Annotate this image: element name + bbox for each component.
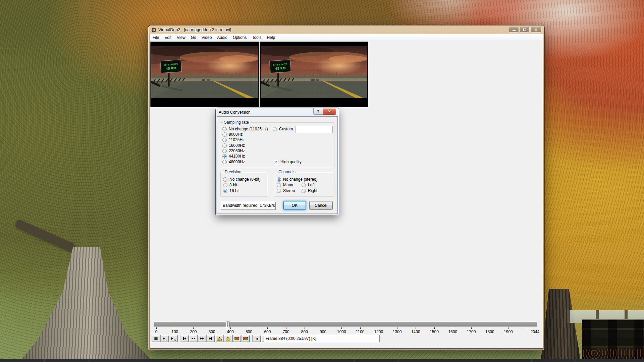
taskbar[interactable] (0, 359, 644, 362)
ruler-tick-label: 1400 (411, 329, 420, 334)
seek-start-button[interactable] (180, 335, 189, 342)
close-button[interactable]: ✕ (530, 27, 542, 33)
radio-icon[interactable] (273, 127, 277, 131)
radio-left[interactable]: Left (302, 183, 315, 187)
radio-no-change-channels[interactable]: No change (stereo) (277, 177, 318, 182)
radio-icon[interactable] (277, 177, 281, 182)
radio-8000hz[interactable]: 8000Hz (222, 132, 243, 137)
virtualdub-window: VirtualDub2 - [carmageddon 2 intro.avi] … (148, 25, 544, 350)
seek-backward-icon (194, 338, 195, 340)
prev-keyframe-button[interactable]: ◂ (215, 335, 224, 342)
ruler-tick (360, 327, 361, 329)
ruler-tick-label: 800 (301, 329, 308, 334)
stop-button[interactable] (152, 335, 160, 342)
video-frame: CITY LIMITS 45 KM (151, 46, 258, 98)
ruler-tick-label: 400 (227, 329, 234, 334)
radio-mono[interactable]: Mono (277, 183, 293, 187)
menu-item-view[interactable]: View (174, 35, 188, 41)
radio-icon[interactable] (223, 183, 227, 187)
cancel-button[interactable]: Cancel (309, 201, 333, 210)
radio-11025hz[interactable]: 11025Hz (222, 137, 245, 142)
radio-icon[interactable] (222, 138, 227, 142)
ruler-tick (249, 327, 249, 329)
ruler-tick-label: 200 (190, 329, 197, 334)
menu-item-options[interactable]: Options (230, 35, 249, 41)
ok-button[interactable]: OK (283, 201, 306, 210)
minimize-icon (513, 30, 516, 31)
high-quality-checkbox[interactable]: High quality (274, 160, 302, 164)
ruler-tick-label: 1800 (485, 329, 494, 334)
menu-item-audio[interactable]: Audio (214, 35, 230, 41)
ruler-tick (379, 327, 379, 329)
custom-rate-input[interactable] (295, 126, 333, 133)
radio-icon[interactable] (223, 177, 227, 182)
radio-icon[interactable] (277, 189, 281, 193)
maximize-button[interactable] (520, 27, 530, 33)
ruler-tick (434, 327, 435, 329)
radio-icon[interactable] (222, 143, 227, 148)
video-pane-input: CITY LIMITS 45 KM (150, 42, 259, 107)
video-frame: CITY LIMITS 45 KM (261, 46, 367, 98)
ruler-tick-label: 700 (283, 329, 289, 334)
radio-no-change-rate[interactable]: No change (11025Hz) (222, 127, 268, 131)
window-titlebar[interactable]: VirtualDub2 - [carmageddon 2 intro.avi] … (148, 25, 544, 34)
play-output-icon (171, 337, 173, 340)
radio-icon[interactable] (222, 154, 227, 159)
dialog-close-button[interactable]: ✕ (323, 108, 336, 115)
ruler-tick (397, 327, 397, 329)
radio-44100hz[interactable]: 44100Hz (222, 154, 245, 159)
menu-item-help[interactable]: Help (264, 35, 278, 41)
radio-16bit[interactable]: 16-bit (223, 188, 239, 193)
prev-keyframe-icon: ◂ (217, 337, 222, 341)
radio-icon[interactable] (302, 183, 306, 187)
radio-16000hz[interactable]: 16000Hz (222, 143, 245, 148)
mark-in-button[interactable]: ◄ (252, 335, 261, 342)
menu-item-file[interactable]: File (150, 35, 162, 41)
menu-item-video[interactable]: Video (199, 35, 214, 41)
radio-no-change-precision[interactable]: No change (8-bit) (223, 177, 261, 182)
radio-icon[interactable] (223, 189, 227, 193)
radio-custom[interactable]: Custom (273, 127, 293, 131)
radio-icon[interactable] (222, 127, 227, 131)
channels-legend: Channels (277, 170, 297, 174)
audio-conversion-dialog: Audio Conversion ? ✕ Sampling rate No ch… (216, 108, 339, 215)
next-keyframe-button[interactable]: ▸ (224, 335, 232, 342)
checkbox-icon[interactable] (274, 160, 278, 164)
radio-icon[interactable] (222, 132, 227, 137)
ruler-tick-label: 1000 (337, 329, 346, 334)
radio-icon[interactable] (222, 160, 227, 164)
gear-icon (151, 27, 156, 33)
seek-end-button[interactable] (206, 335, 215, 342)
next-scene-button[interactable]: ▸ (241, 335, 250, 342)
ruler-tick (508, 327, 508, 329)
mark-in-icon: ◄ (255, 337, 258, 341)
radio-icon[interactable] (277, 183, 281, 187)
position-slider[interactable] (154, 322, 537, 327)
ruler-tick-label: 900 (320, 329, 326, 334)
radio-right[interactable]: Right (302, 188, 317, 193)
menu-item-edit[interactable]: Edit (162, 35, 174, 41)
menu-item-go[interactable]: Go (188, 35, 199, 41)
radio-22050hz[interactable]: 22050Hz (222, 148, 245, 153)
radio-icon[interactable] (222, 149, 227, 153)
radio-8bit[interactable]: 8-bit (223, 183, 237, 187)
minimize-button[interactable] (509, 27, 519, 33)
menu-item-tools[interactable]: Tools (249, 35, 264, 41)
radio-48000hz[interactable]: 48000Hz (222, 160, 245, 164)
ruler-tick (286, 327, 286, 329)
ruler-tick (267, 327, 268, 329)
prev-scene-button[interactable]: ◂ (232, 335, 241, 342)
dialog-help-button[interactable]: ? (313, 108, 323, 115)
radio-icon[interactable] (302, 189, 306, 193)
play-input-button[interactable]: I (160, 335, 169, 342)
ruler-tick (156, 327, 157, 329)
position-slider-thumb[interactable] (226, 321, 229, 328)
radio-stereo[interactable]: Stereo (277, 188, 295, 193)
ruler-tick (453, 327, 453, 329)
ruler-ticks: 0100200300400500600700800900100011001200… (154, 327, 537, 335)
next-keyframe-icon: ▸ (226, 337, 230, 341)
seek-forward-button[interactable] (198, 335, 206, 342)
play-output-button[interactable]: O (169, 335, 178, 342)
ruler-tick (490, 327, 490, 329)
seek-backward-button[interactable] (189, 335, 198, 342)
